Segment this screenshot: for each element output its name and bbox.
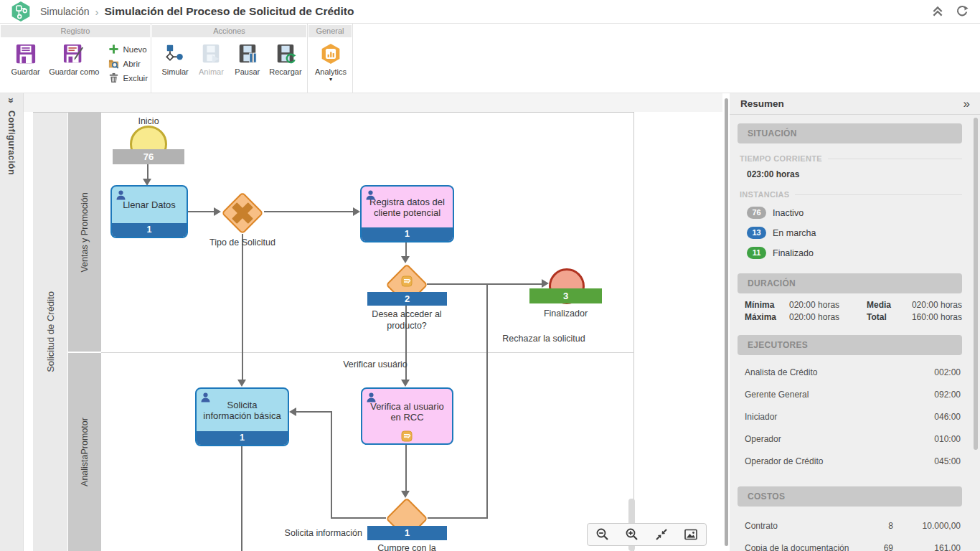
process-pool bbox=[33, 112, 634, 551]
ejecutor-value: 046:00 bbox=[934, 412, 961, 422]
instancia-en-marcha: 13 En marcha bbox=[747, 227, 962, 239]
animar-button: Animar bbox=[194, 40, 227, 76]
finalizado-label: Finalizado bbox=[773, 248, 814, 258]
task-label: Registra datos del cliente potencial bbox=[362, 187, 453, 227]
lane-header-ventas: Ventas y Promoción bbox=[68, 113, 101, 352]
duracion-value: 160:00 horas bbox=[903, 312, 962, 322]
edge-label-rechazar: Rechazar la solicitud bbox=[494, 333, 594, 344]
flow-solicita-down bbox=[241, 446, 242, 551]
sidebar-label: Configuración bbox=[6, 110, 17, 175]
section-costos[interactable]: COSTOS bbox=[738, 486, 962, 507]
tiempo-corriente-label: TIEMPO CORRIENTE bbox=[740, 154, 822, 163]
divider bbox=[795, 194, 962, 195]
gateway-count-badge: 2 bbox=[367, 292, 447, 306]
refresh-icon[interactable] bbox=[956, 5, 969, 18]
panel-splitter[interactable] bbox=[722, 93, 730, 551]
task-llenar-datos[interactable]: Llenar Datos 1 bbox=[110, 185, 188, 238]
pausar-button[interactable]: Pausar bbox=[231, 40, 264, 76]
lane-divider bbox=[101, 352, 634, 353]
guardar-button[interactable]: Guardar bbox=[4, 40, 47, 76]
instancia-inactivo: 76 Inactivo bbox=[747, 207, 962, 219]
gateway-label: Desea acceder al producto? bbox=[366, 309, 448, 331]
flow-registra-desea bbox=[405, 242, 407, 256]
panel-scrollbar[interactable] bbox=[974, 118, 978, 450]
zoom-in-button[interactable] bbox=[621, 525, 643, 544]
fit-view-button[interactable] bbox=[651, 525, 672, 544]
group-label-acciones: Acciones bbox=[152, 25, 306, 37]
ribbon-toolbar: Registro Guardar bbox=[0, 24, 980, 93]
trash-icon bbox=[108, 72, 119, 83]
user-task-icon bbox=[201, 392, 210, 405]
app-header: Simulación › Simulación del Proceso de S… bbox=[0, 0, 980, 24]
duracion-value: 020:00 horas bbox=[789, 312, 867, 322]
ribbon-group-acciones: Acciones Simular bbox=[151, 24, 308, 93]
inactivo-count-badge: 76 bbox=[747, 207, 766, 219]
ejecutor-row: Iniciador 046:00 bbox=[745, 412, 961, 422]
diagram-canvas[interactable]: Solicitud de Crédito Ventas y Promoción … bbox=[24, 93, 722, 551]
arrowhead bbox=[401, 491, 410, 498]
abrir-button[interactable]: Abrir bbox=[108, 58, 148, 69]
gateway-label: Cumpre con la bbox=[364, 542, 450, 551]
costo-name: Copia de la documentación bbox=[745, 543, 860, 551]
tiempo-corriente-row: TIEMPO CORRIENTE bbox=[740, 154, 962, 163]
abrir-label: Abrir bbox=[123, 60, 140, 68]
arrowhead bbox=[214, 207, 221, 216]
export-image-button[interactable] bbox=[680, 525, 702, 544]
flow-verifica-cumple bbox=[405, 445, 407, 491]
ejecutor-name: Gerente General bbox=[745, 390, 809, 400]
instancias-row: INSTANCIAS bbox=[740, 190, 962, 199]
collapse-panel-icon[interactable]: » bbox=[963, 97, 970, 111]
splitter-handle[interactable] bbox=[725, 98, 728, 546]
breadcrumb[interactable]: Simulación bbox=[40, 6, 89, 17]
expand-sidebar-icon[interactable]: » bbox=[6, 98, 17, 103]
app-window: Simulación › Simulación del Proceso de S… bbox=[0, 0, 980, 551]
rule-doc-icon bbox=[401, 430, 413, 445]
guardar-como-button[interactable]: Guardar como bbox=[47, 40, 101, 76]
pause-icon bbox=[237, 43, 258, 65]
ejecutor-row: Operador de Crédito 045:00 bbox=[745, 456, 961, 466]
ejecutor-row: Operador 010:00 bbox=[745, 434, 961, 444]
simulate-icon bbox=[164, 43, 186, 65]
gateway-label: Tipo de Solicitud bbox=[199, 237, 286, 248]
gateway-count-badge: 1 bbox=[367, 526, 447, 540]
section-situacion[interactable]: SITUACIÓN bbox=[738, 123, 962, 143]
arrowhead bbox=[353, 207, 360, 216]
costo-count: 69 bbox=[860, 543, 893, 551]
simular-button[interactable]: Simular bbox=[159, 40, 192, 76]
section-ejecutores[interactable]: EJECUTORES bbox=[738, 335, 962, 355]
excluir-button[interactable]: Excluir bbox=[108, 72, 148, 83]
group-label-general: General bbox=[308, 25, 352, 37]
task-count-badge: 1 bbox=[362, 227, 453, 241]
costo-row: Copia de la documentación 69 161,00 bbox=[745, 543, 961, 551]
analytics-icon bbox=[320, 43, 341, 65]
excluir-label: Excluir bbox=[123, 74, 148, 83]
duracion-label: Máxima bbox=[745, 312, 789, 322]
ejecutor-value: 002:00 bbox=[934, 367, 961, 377]
zoom-out-button[interactable] bbox=[592, 525, 613, 544]
ejecutor-name: Operador de Crédito bbox=[745, 456, 823, 466]
costo-row: Contrato 8 10.000,00 bbox=[745, 521, 961, 531]
task-count-badge: 1 bbox=[112, 223, 187, 237]
collapse-ribbon-icon[interactable] bbox=[931, 5, 944, 18]
costo-value: 10.000,00 bbox=[893, 521, 961, 531]
analytics-dropdown-icon[interactable]: ▾ bbox=[329, 77, 332, 82]
flow-inicio-llenar bbox=[147, 164, 149, 179]
configuracion-sidebar[interactable]: » Configuración bbox=[0, 93, 24, 551]
plus-icon bbox=[108, 44, 119, 55]
resumen-panel-header: Resumen » bbox=[730, 93, 980, 115]
task-registra-datos[interactable]: Registra datos del cliente potencial 1 bbox=[360, 185, 454, 242]
finalizado-count-badge: 11 bbox=[747, 247, 766, 259]
duracion-label: Media bbox=[867, 300, 903, 310]
nuevo-button[interactable]: Nuevo bbox=[108, 44, 148, 55]
inactivo-label: Inactivo bbox=[773, 208, 804, 218]
flow-cumple-solicita-h bbox=[296, 411, 331, 413]
analytics-button[interactable]: Analytics ▾ bbox=[312, 40, 349, 82]
ejecutor-value: 010:00 bbox=[934, 434, 961, 444]
exclusive-gateway-x-icon bbox=[230, 200, 255, 226]
pool-label: Solicitud de Crédito bbox=[45, 291, 56, 372]
flow-cumple-solicita-h2 bbox=[331, 517, 386, 519]
section-duracion[interactable]: DURACIÓN bbox=[738, 273, 962, 293]
canvas-top-strip bbox=[24, 93, 722, 112]
task-solicita-basica[interactable]: Solicita información básica 1 bbox=[195, 387, 289, 446]
recargar-button[interactable]: Recargar bbox=[267, 40, 304, 76]
